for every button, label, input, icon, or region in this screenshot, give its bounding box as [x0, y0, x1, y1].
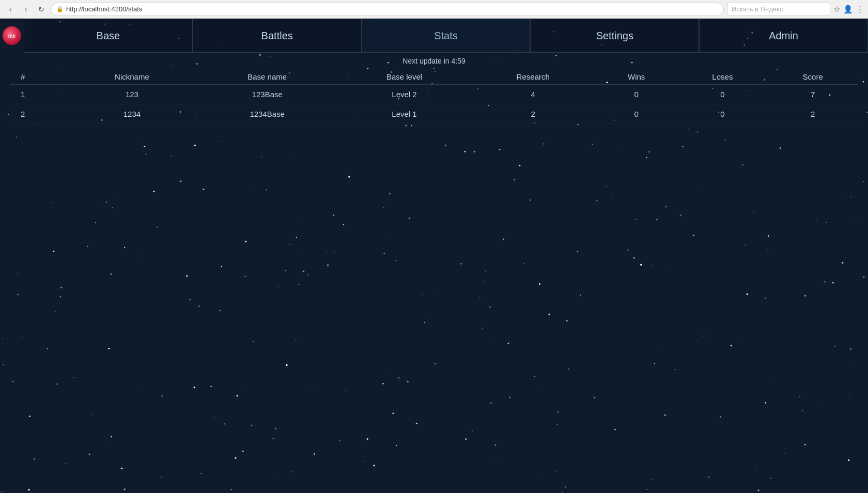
cell-wins: 0	[596, 104, 677, 124]
logo: me	[3, 26, 21, 45]
col-header-wins: Wins	[596, 69, 677, 85]
cell-wins: 0	[596, 85, 677, 104]
cell-research: 2	[471, 104, 596, 124]
browser-chrome: ‹ › ↻ 🔒 http://localhost:4200/stats Иска…	[0, 0, 868, 19]
refresh-button[interactable]: ↻	[35, 3, 48, 16]
bookmark-icon: ☆	[833, 5, 840, 14]
tab-stats[interactable]: Stats	[362, 19, 531, 53]
cell-basename: 1234Base	[196, 104, 338, 124]
col-header-score: Score	[768, 69, 858, 85]
cell-baselevel: Level 1	[338, 104, 470, 124]
cell-rank: 2	[10, 104, 68, 124]
cell-score: 2	[768, 104, 858, 124]
stats-table: # Nickname Base name Base level Research…	[10, 69, 858, 124]
nav-bar: me Base Battles Stats Settings Admin	[0, 19, 868, 53]
table-row: 1 123 123Base Level 2 4 0 0 7	[10, 85, 858, 104]
cell-baselevel: Level 2	[338, 85, 470, 104]
col-header-basename: Base name	[196, 69, 338, 85]
cell-loses: 0	[677, 85, 768, 104]
url-bar[interactable]: 🔒 http://localhost:4200/stats	[51, 3, 724, 16]
app-container: me Base Battles Stats Settings Admin Nex…	[0, 19, 868, 493]
content-area: Next update in 4:59 # Nickname Base name…	[0, 53, 868, 124]
profile-icon: 👤	[843, 5, 853, 14]
search-placeholder: Искать в Яндекс	[732, 5, 783, 13]
cell-loses: 0	[677, 104, 768, 124]
cell-score: 7	[768, 85, 858, 104]
tab-base[interactable]: Base	[24, 19, 193, 53]
col-header-loses: Loses	[677, 69, 768, 85]
cell-rank: 1	[10, 85, 68, 104]
menu-icon: ⋮	[856, 5, 864, 14]
update-notice: Next update in 4:59	[10, 53, 858, 69]
col-header-research: Research	[471, 69, 596, 85]
tab-battles[interactable]: Battles	[193, 19, 362, 53]
cell-basename: 123Base	[196, 85, 338, 104]
cell-nickname: 123	[68, 85, 196, 104]
col-header-rank: #	[10, 69, 68, 85]
table-header-row: # Nickname Base name Base level Research…	[10, 69, 858, 85]
nav-tabs: Base Battles Stats Settings Admin	[24, 19, 868, 53]
url-text: http://localhost:4200/stats	[66, 5, 142, 13]
back-button[interactable]: ‹	[4, 3, 17, 16]
tab-admin[interactable]: Admin	[699, 19, 868, 53]
logo-area: me	[0, 19, 24, 53]
cell-research: 4	[471, 85, 596, 104]
forward-button[interactable]: ›	[20, 3, 32, 16]
lock-icon: 🔒	[56, 6, 64, 12]
browser-icons: ☆ 👤 ⋮	[833, 5, 864, 14]
tab-settings[interactable]: Settings	[530, 19, 699, 53]
col-header-nickname: Nickname	[68, 69, 196, 85]
table-row: 2 1234 1234Base Level 1 2 0 0 2	[10, 104, 858, 124]
search-bar[interactable]: Искать в Яндекс	[727, 3, 830, 16]
cell-nickname: 1234	[68, 104, 196, 124]
col-header-baselevel: Base level	[338, 69, 470, 85]
